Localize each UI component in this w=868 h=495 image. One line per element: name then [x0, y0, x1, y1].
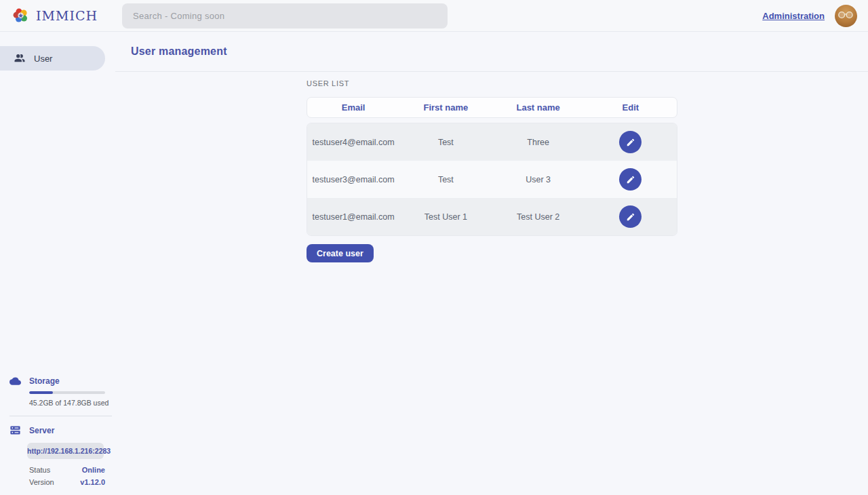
pencil-icon	[626, 175, 635, 184]
search-input[interactable]	[122, 3, 448, 28]
main-header: User management	[115, 32, 868, 72]
cell-last-name: User 3	[492, 175, 585, 184]
column-header-last-name: Last name	[492, 102, 585, 113]
edit-user-button[interactable]	[619, 205, 642, 228]
server-version-row: Version v1.12.0	[29, 478, 105, 486]
cell-edit	[585, 205, 677, 228]
sidebar-status-panel: Storage 45.2GB of 147.8GB used	[9, 376, 112, 486]
app-logo[interactable]: IMMICH	[0, 7, 122, 24]
table-row: testuser3@email.com Test User 3	[307, 161, 677, 198]
sidebar-item-label: User	[34, 54, 52, 64]
top-bar: IMMICH Administration	[0, 0, 868, 32]
users-icon	[14, 52, 26, 64]
status-label: Status	[29, 466, 50, 474]
server-icon	[9, 424, 21, 436]
section-label: USER LIST	[307, 79, 868, 87]
column-header-first-name: First name	[399, 102, 492, 113]
edit-user-button[interactable]	[619, 131, 642, 153]
storage-usage-text: 45.2GB of 147.8GB used	[29, 399, 112, 407]
cell-first-name: Test	[399, 175, 492, 184]
server-url-chip: http://192.168.1.216:2283	[27, 443, 104, 459]
page-title: User management	[131, 45, 227, 58]
pencil-icon	[626, 212, 635, 222]
cell-edit	[585, 131, 677, 153]
user-table-header: Email First name Last name Edit	[307, 97, 677, 118]
cell-edit	[585, 168, 677, 191]
user-table: Email First name Last name Edit testuser…	[307, 97, 677, 236]
cell-email: testuser4@email.com	[307, 138, 399, 147]
main-content: User management USER LIST Email First na…	[115, 32, 868, 495]
column-header-edit: Edit	[585, 102, 677, 113]
sidebar: User Storage 45.2GB of 147.8GB used	[0, 32, 115, 495]
storage-progress-fill	[29, 391, 53, 394]
create-user-button[interactable]: Create user	[307, 244, 374, 262]
user-avatar[interactable]	[835, 5, 857, 27]
column-header-email: Email	[307, 102, 399, 113]
cloud-icon	[9, 377, 21, 386]
pencil-icon	[626, 138, 635, 147]
storage-section-header: Storage	[9, 376, 112, 386]
cell-email: testuser1@email.com	[307, 212, 399, 222]
flower-logo-icon	[12, 7, 30, 24]
sidebar-divider	[9, 416, 112, 416]
table-row: testuser1@email.com Test User 1 Test Use…	[307, 198, 677, 235]
storage-title: Storage	[29, 376, 60, 386]
cell-first-name: Test User 1	[399, 212, 492, 222]
server-status-row: Status Online	[29, 466, 105, 474]
administration-link[interactable]: Administration	[762, 11, 825, 21]
cell-last-name: Three	[492, 138, 585, 147]
sidebar-item-user[interactable]: User	[0, 46, 105, 71]
cell-first-name: Test	[399, 138, 492, 147]
storage-progress-bar	[29, 391, 105, 394]
server-title: Server	[29, 426, 54, 435]
cell-last-name: Test User 2	[492, 212, 585, 222]
status-value: Online	[82, 466, 105, 474]
table-row: testuser4@email.com Test Three	[307, 123, 677, 161]
server-section-header: Server	[9, 424, 112, 436]
edit-user-button[interactable]	[619, 168, 642, 191]
version-label: Version	[29, 478, 54, 486]
app-title: IMMICH	[36, 8, 98, 23]
version-value: v1.12.0	[80, 478, 105, 486]
cell-email: testuser3@email.com	[307, 175, 399, 184]
topbar-right: Administration	[762, 5, 868, 27]
user-table-rows: testuser4@email.com Test Three testuser3…	[307, 123, 677, 236]
